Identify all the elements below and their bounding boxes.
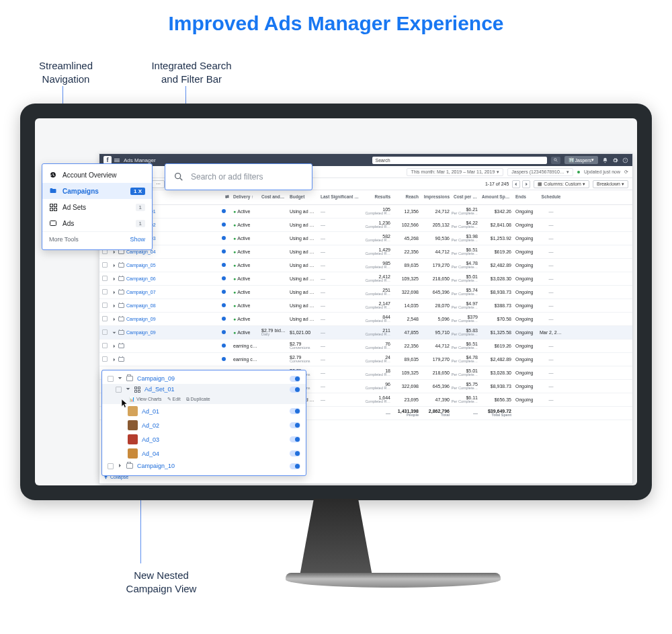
notifications-icon[interactable] [602, 157, 608, 163]
table-row[interactable]: Campaign_04 ●Active Using ad s… — 1,429C… [99, 245, 632, 259]
chevron-right-icon[interactable] [112, 250, 116, 254]
view-charts-link[interactable]: 📊 View Charts [129, 397, 162, 402]
status-toggle[interactable] [222, 276, 226, 280]
search-filter-bar[interactable]: Search or add filters [165, 163, 312, 190]
table-row[interactable]: Campaign_06 ●Active Using ad s… — 2,412C… [99, 272, 632, 286]
account-picker[interactable]: Jaspers (12345678910… ▾ [507, 168, 573, 176]
sidebar-campaigns[interactable]: Campaigns 1 X [42, 183, 152, 199]
row-checkbox[interactable] [102, 262, 108, 268]
adset-name[interactable]: Ad_Set_01 [144, 386, 175, 393]
col-toggle[interactable]: ⇄ [216, 194, 231, 201]
table-row[interactable]: Campaign_03 ●Active Using ad s… — 582Com… [99, 232, 632, 245]
sidebar-show-link[interactable]: Show [130, 236, 145, 243]
row-checkbox[interactable] [102, 289, 108, 294]
chevron-right-icon[interactable] [112, 358, 116, 362]
col-impressions[interactable]: Impressions [421, 194, 452, 201]
status-toggle[interactable] [222, 263, 226, 267]
table-row[interactable]: Campaign_09 ●Active $2.79 bid capDaily $… [99, 326, 632, 340]
status-toggle[interactable] [222, 317, 226, 321]
table-row[interactable]: Campaign_08 ●Active Using ad s… — 2,147C… [99, 299, 632, 313]
pager-next-button[interactable] [522, 180, 530, 188]
status-toggle[interactable] [222, 209, 226, 213]
status-toggle[interactable] [290, 422, 300, 428]
col-cpr[interactable]: Cost per Result [452, 194, 480, 201]
sidebar-ads[interactable]: Ads 1 [42, 215, 152, 231]
col-cost-roas[interactable]: Cost and ROAS Controls [259, 194, 288, 201]
table-row[interactable]: Campaign_05 ●Active Using ad s… — 985Com… [99, 259, 632, 272]
campaign-name-link[interactable]: Campaign_09 [126, 330, 156, 335]
col-last-edit[interactable]: Last Significant Edit [319, 194, 362, 201]
help-icon[interactable]: ? [622, 157, 628, 163]
status-toggle[interactable] [290, 376, 300, 382]
row-checkbox[interactable] [102, 303, 108, 308]
nested-adset-row[interactable]: Ad_Set_01 📊 View Charts ✎ Edit ⧉ Duplica… [102, 384, 306, 404]
search-submit-button[interactable] [551, 157, 560, 164]
ad-name[interactable]: Ad_01 [142, 408, 159, 415]
status-toggle[interactable] [222, 303, 226, 307]
date-range-picker[interactable]: This month: Mar 1, 2019 – Mar 11, 2019 ▾ [407, 168, 503, 176]
refresh-icon[interactable]: ⟳ [624, 169, 628, 175]
table-row[interactable]: Campaign_09 ●Active Using ad s… — 844Com… [99, 313, 632, 326]
col-spent[interactable]: Amount Spent [480, 194, 513, 201]
chevron-down-icon[interactable] [126, 386, 130, 393]
campaign-name-link[interactable]: Campaign_08 [126, 303, 156, 308]
row-checkbox[interactable] [108, 376, 114, 382]
col-results[interactable]: Results [362, 194, 392, 201]
status-toggle[interactable] [290, 463, 300, 469]
edit-link[interactable]: ✎ Edit [167, 397, 181, 402]
sidebar-account-overview[interactable]: Account Overview [42, 167, 152, 183]
row-checkbox[interactable] [108, 463, 114, 469]
nested-ad-row[interactable]: Ad_01 [102, 404, 306, 418]
col-ends[interactable]: Ends [513, 194, 538, 201]
sidebar-badge[interactable]: 1 X [130, 188, 145, 195]
row-checkbox[interactable] [102, 276, 108, 281]
breakdown-dropdown[interactable]: Breakdown ▾ [593, 180, 628, 188]
chevron-right-icon[interactable] [112, 277, 116, 281]
status-toggle[interactable] [290, 408, 300, 414]
chevron-right-icon[interactable] [112, 317, 116, 321]
col-reach[interactable]: Reach [392, 194, 421, 201]
account-switcher[interactable]: 🏢 Jaspers ▾ [564, 156, 598, 164]
status-toggle[interactable] [290, 387, 300, 393]
chevron-down-icon[interactable] [118, 375, 122, 382]
col-delivery[interactable]: Delivery ↑ [231, 194, 259, 201]
ad-name[interactable]: Ad_02 [142, 422, 159, 429]
nested-campaign-row[interactable]: Campaign_09 [102, 373, 306, 384]
nested-ad-row[interactable]: Ad_02 [102, 418, 306, 432]
nested-campaign-row[interactable]: Campaign_10 [102, 461, 306, 471]
status-toggle[interactable] [290, 450, 300, 457]
status-toggle[interactable] [222, 344, 226, 348]
table-row[interactable]: earning complete $2.79Conversions — 24Co… [99, 353, 632, 366]
status-toggle[interactable] [290, 436, 300, 442]
status-toggle[interactable] [222, 330, 226, 334]
campaign-name-link[interactable]: Campaign_06 [126, 276, 156, 281]
col-schedule[interactable]: Schedule [538, 194, 564, 201]
more-actions-button[interactable]: ⋯ [152, 180, 165, 188]
table-row[interactable]: Campaign_07 ●Active Using ad s… — 251Com… [99, 286, 632, 299]
sidebar-more-tools[interactable]: More Tools Show [42, 231, 152, 247]
chevron-right-icon[interactable] [118, 463, 122, 469]
nested-ad-row[interactable]: Ad_04 [102, 446, 306, 461]
row-checkbox[interactable] [102, 329, 108, 335]
chevron-down-icon[interactable] [112, 331, 116, 335]
row-checkbox[interactable] [116, 387, 122, 393]
campaign-name-link[interactable]: Campaign_04 [126, 249, 156, 254]
row-checkbox[interactable] [102, 316, 108, 321]
duplicate-link[interactable]: ⧉ Duplicate [186, 397, 210, 402]
status-toggle[interactable] [222, 223, 226, 227]
campaign-name-link[interactable]: Campaign_07 [126, 290, 156, 294]
table-row[interactable]: Campaign_02 ●Active Using ad s… — 1,236C… [99, 219, 632, 232]
settings-gear-icon[interactable] [612, 157, 618, 163]
status-toggle[interactable] [222, 357, 226, 361]
pager-prev-button[interactable] [512, 180, 520, 188]
status-toggle[interactable] [222, 290, 226, 294]
row-checkbox[interactable] [102, 356, 108, 362]
chevron-right-icon[interactable] [112, 344, 116, 348]
ad-name[interactable]: Ad_04 [142, 450, 159, 457]
col-budget[interactable]: Budget [288, 194, 319, 201]
chevron-right-icon[interactable] [112, 304, 116, 308]
status-toggle[interactable] [222, 249, 226, 253]
campaign-name-link[interactable]: Campaign_09 [126, 317, 156, 321]
campaign-name[interactable]: Campaign_10 [137, 463, 175, 469]
row-checkbox[interactable] [102, 343, 108, 348]
